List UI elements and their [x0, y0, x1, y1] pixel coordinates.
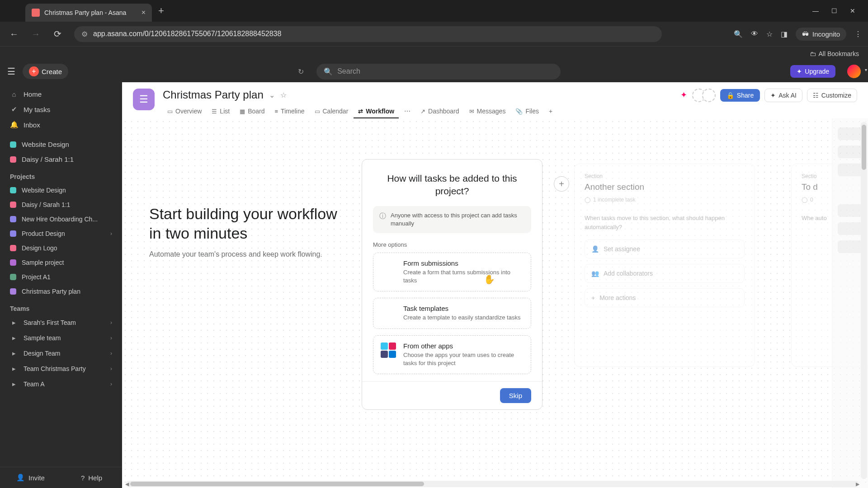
- ai-sparkle-icon[interactable]: ✦: [680, 90, 691, 101]
- tab-icon: ↗: [420, 108, 425, 115]
- sidebar-my-tasks[interactable]: ✔My tasks: [0, 102, 122, 117]
- sidebar-project-item[interactable]: New Hire Onboarding Ch...: [0, 212, 122, 226]
- sidebar-pinned-item[interactable]: Website Design: [0, 137, 122, 152]
- option-from-other-apps[interactable]: From other appsChoose the apps your team…: [373, 335, 531, 374]
- incognito-chip[interactable]: 🕶 Incognito: [796, 28, 846, 41]
- sidebar-project-item[interactable]: Sample project: [0, 255, 122, 270]
- tab-board[interactable]: ▦Board: [235, 105, 269, 118]
- create-button[interactable]: + Create: [23, 64, 68, 79]
- member-avatars[interactable]: [696, 89, 716, 102]
- sidebar-team-item[interactable]: ▸Sarah's First Team›: [0, 315, 122, 330]
- set-assignee-action[interactable]: 👤Set assignee: [585, 239, 745, 258]
- sidebar-team-item[interactable]: ▸Sample team›: [0, 330, 122, 346]
- sidebar-project-item[interactable]: Website Design: [0, 183, 122, 197]
- section-card-another[interactable]: Section Another section ◯1 incomplete ta…: [574, 164, 755, 367]
- skip-button[interactable]: Skip: [500, 388, 531, 403]
- sidebar-project-item[interactable]: Product Design›: [0, 226, 122, 241]
- chevron-down-icon[interactable]: ⌄: [269, 91, 275, 99]
- all-bookmarks-button[interactable]: 🗀 All Bookmarks: [810, 50, 859, 57]
- project-meta: Christmas Party plan ⌄ ☆ ▭Overview☰List▦…: [163, 89, 672, 118]
- new-tab-button[interactable]: +: [158, 5, 164, 17]
- maximize-icon[interactable]: ☐: [831, 7, 837, 14]
- share-button[interactable]: 🔒Share: [720, 89, 760, 102]
- ask-ai-button[interactable]: ✦Ask AI: [764, 89, 802, 102]
- window-controls: — ☐ ✕: [812, 7, 864, 14]
- add-tab-button[interactable]: +: [544, 105, 557, 118]
- sidebar-project-item[interactable]: Project A1: [0, 270, 122, 284]
- search-icon[interactable]: 🔍: [734, 30, 743, 38]
- sidebar-project-item[interactable]: Christmas Party plan: [0, 284, 122, 299]
- side-panel-icon[interactable]: ◨: [781, 30, 788, 38]
- check-circle-icon: ◯: [802, 197, 807, 203]
- project-icon[interactable]: ☰: [133, 89, 155, 110]
- upgrade-button[interactable]: ✦ Upgrade: [790, 65, 835, 78]
- workflow-canvas[interactable]: Start building your workflow in two minu…: [122, 118, 868, 488]
- tab-messages[interactable]: ✉Messages: [465, 105, 510, 118]
- history-icon[interactable]: ↻: [298, 67, 304, 76]
- star-icon[interactable]: ☆: [280, 91, 287, 99]
- more-actions-action[interactable]: +More actions: [585, 288, 745, 307]
- sidebar-item-label: Christmas Party plan: [22, 288, 80, 295]
- scroll-left-icon[interactable]: ◀: [124, 481, 130, 487]
- section-kicker: Section: [585, 173, 745, 179]
- customize-button[interactable]: ☷Customize: [807, 89, 857, 102]
- tab-title: Christmas Party plan - Asana: [44, 9, 142, 16]
- search-placeholder: Search: [337, 67, 360, 75]
- vertical-scrollbar[interactable]: [861, 122, 867, 479]
- help-button[interactable]: ?Help: [61, 467, 122, 488]
- scroll-right-icon[interactable]: ▶: [854, 481, 861, 487]
- minimize-icon[interactable]: —: [812, 7, 819, 14]
- person-icon: 👤: [591, 245, 599, 253]
- search-input[interactable]: 🔍 Search: [316, 64, 561, 80]
- panel-placeholder: [838, 127, 863, 140]
- scrollbar-thumb[interactable]: [862, 125, 866, 170]
- tab-calendar[interactable]: ▭Calendar: [310, 105, 353, 118]
- sidebar-project-item[interactable]: Daisy / Sarah 1:1: [0, 197, 122, 212]
- team-icon: ▸: [10, 334, 18, 342]
- plus-icon: +: [29, 66, 39, 76]
- back-icon[interactable]: ←: [6, 26, 22, 42]
- url-bar[interactable]: ⚙ app.asana.com/0/1206182861755067/12061…: [74, 26, 662, 42]
- sidebar-team-item[interactable]: ▸Design Team›: [0, 346, 122, 361]
- sidebar-home[interactable]: ⌂Home: [0, 87, 122, 102]
- more-options-label: More options: [373, 241, 531, 248]
- add-collaborators-action[interactable]: 👥Add collaborators: [585, 264, 745, 283]
- browser-tab[interactable]: Christmas Party plan - Asana ×: [25, 4, 152, 22]
- bookmark-star-icon[interactable]: ☆: [766, 30, 773, 38]
- create-label: Create: [42, 68, 62, 75]
- kebab-menu-icon[interactable]: ⋮: [854, 30, 862, 38]
- tab-overflow[interactable]: ⋯: [400, 105, 415, 118]
- project-color-dot: [10, 288, 16, 295]
- eye-off-icon[interactable]: 👁: [751, 30, 758, 38]
- project-color-dot: [10, 141, 16, 148]
- invite-button[interactable]: 👤Invite: [0, 467, 61, 488]
- tab-workflow[interactable]: ⇄Workflow: [354, 105, 399, 118]
- sidebar-inbox[interactable]: 🔔Inbox: [0, 117, 122, 132]
- sidebar-team-item[interactable]: ▸Team A›: [0, 376, 122, 392]
- sidebar-pinned-item[interactable]: Daisy / Sarah 1:1: [0, 152, 122, 167]
- sidebar-item-label: Sarah's First Team: [24, 319, 76, 326]
- team-icon: ▸: [10, 380, 18, 388]
- tab-files[interactable]: 📎Files: [511, 105, 543, 118]
- tab-dashboard[interactable]: ↗Dashboard: [416, 105, 464, 118]
- sidebar-team-item[interactable]: ▸Team Christmas Party›: [0, 361, 122, 376]
- customize-label: Customize: [821, 92, 851, 99]
- tab-timeline[interactable]: ≡Timeline: [270, 105, 309, 118]
- scrollbar-thumb[interactable]: [130, 482, 424, 486]
- tab-list[interactable]: ☰List: [207, 105, 234, 118]
- option-task-templates[interactable]: Task templatesCreate a template to easil…: [373, 298, 531, 328]
- tab-overview[interactable]: ▭Overview: [163, 105, 206, 118]
- forward-icon[interactable]: →: [28, 26, 43, 42]
- sparkle-icon: ✦: [797, 68, 802, 75]
- option-form-submissions[interactable]: Form submissionsCreate a form that turns…: [373, 253, 531, 291]
- add-section-node[interactable]: +: [554, 176, 569, 192]
- sidebar-project-item[interactable]: Design Logo: [0, 241, 122, 255]
- close-tab-icon[interactable]: ×: [142, 9, 146, 17]
- horizontal-scrollbar[interactable]: ◀ ▶: [126, 481, 859, 487]
- site-settings-icon[interactable]: ⚙: [81, 30, 88, 38]
- close-window-icon[interactable]: ✕: [850, 7, 855, 14]
- user-avatar[interactable]: [847, 65, 861, 78]
- reload-icon[interactable]: ⟳: [50, 26, 65, 42]
- hamburger-icon[interactable]: ☰: [7, 66, 15, 77]
- check-circle-icon: ◯: [585, 197, 590, 203]
